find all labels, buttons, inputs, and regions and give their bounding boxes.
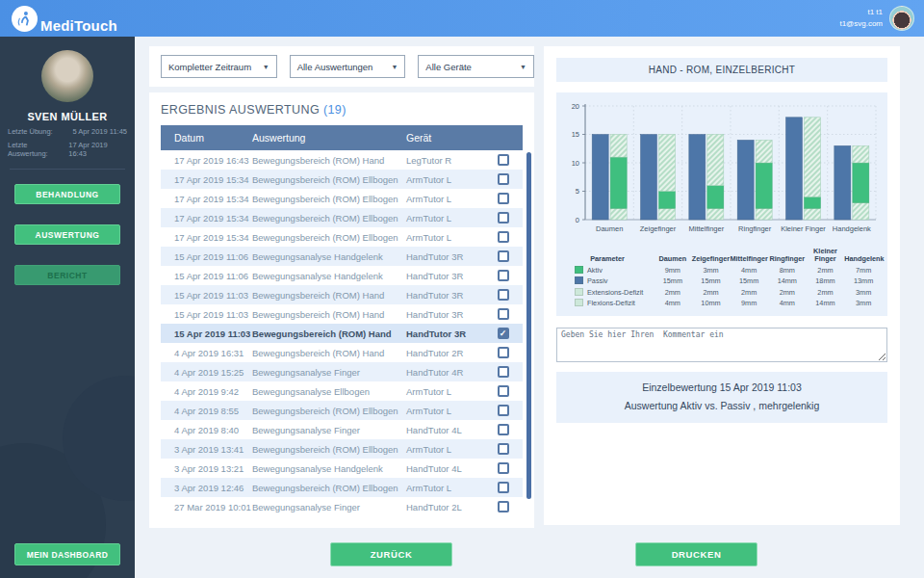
row-checkbox[interactable]	[498, 193, 509, 204]
param-value: 7mm	[844, 265, 883, 276]
print-button[interactable]: DRUCKEN	[635, 542, 757, 566]
table-row[interactable]: 15 Apr 2019 11:06Bewegungsanalyse Handge…	[161, 266, 523, 285]
param-col-header: Mittelfinger	[730, 247, 768, 265]
table-row[interactable]: 17 Apr 2019 15:34Bewegungsbereich (ROM) …	[161, 227, 523, 247]
param-col-header: Kleiner Finger	[807, 247, 845, 265]
param-value: 2mm	[807, 265, 845, 276]
row-checkbox[interactable]	[498, 501, 509, 512]
param-value: 2mm	[768, 287, 807, 298]
row-checkbox[interactable]	[498, 443, 509, 455]
table-row[interactable]: 15 Apr 2019 11:03Bewegungsbereich (ROM) …	[161, 324, 523, 343]
param-value: 10mm	[692, 298, 731, 308]
last-assessment-label: Letzte Auswertung:	[8, 141, 68, 158]
row-checkbox[interactable]	[498, 212, 509, 223]
row-checkbox[interactable]	[498, 231, 509, 243]
table-row[interactable]: 4 Apr 2019 8:55Bewegungsbereich (ROM) El…	[161, 401, 523, 420]
row-checkbox[interactable]	[498, 289, 509, 301]
row-device: ArmTutor L	[406, 213, 483, 223]
row-checkbox[interactable]	[498, 154, 509, 166]
row-device: HandTutor 3R	[406, 290, 483, 301]
svg-text:5: 5	[576, 187, 579, 196]
row-checkbox[interactable]	[498, 366, 509, 378]
row-checkbox[interactable]	[498, 405, 509, 416]
legend-swatch	[575, 288, 583, 296]
table-row[interactable]: 15 Apr 2019 11:06Bewegungsanalyse Handge…	[161, 247, 523, 266]
row-checkbox[interactable]	[498, 250, 509, 262]
sidebar-divider	[10, 169, 125, 170]
row-checkbox[interactable]	[498, 270, 509, 281]
table-row[interactable]: 4 Apr 2019 16:31Bewegungsbereich (ROM) H…	[161, 343, 523, 362]
legend-swatch	[575, 266, 583, 274]
table-row[interactable]: 3 Apr 2019 13:21Bewegungsanalyse Handgel…	[161, 459, 523, 478]
row-checkbox[interactable]	[498, 385, 509, 397]
row-device: HandTutor 4L	[406, 425, 483, 435]
param-col-header: Ringfinger	[768, 247, 807, 265]
rom-bar-chart: 05101520DaumenZeigefingerMittelfingerRin…	[556, 98, 888, 243]
svg-text:Zeigefinger: Zeigefinger	[640, 224, 677, 233]
mein-dashboard-button[interactable]: MEIN DASHBOARD	[14, 543, 120, 565]
table-row[interactable]: 17 Apr 2019 15:34Bewegungsbereich (ROM) …	[161, 189, 523, 208]
row-checkbox[interactable]	[498, 173, 509, 185]
table-row[interactable]: 27 Mar 2019 10:01Bewegungsanalyse Finger…	[161, 497, 523, 516]
svg-text:Ringfinger: Ringfinger	[738, 224, 772, 233]
row-checkbox[interactable]	[498, 347, 509, 358]
user-email: t1@svg.com	[839, 18, 883, 30]
row-checkbox[interactable]	[498, 308, 509, 320]
table-scrollbar[interactable]	[526, 152, 531, 499]
legend-swatch	[575, 276, 583, 284]
table-row[interactable]: 15 Apr 2019 11:03Bewegungsbereich (ROM) …	[161, 285, 523, 304]
table-row[interactable]: 4 Apr 2019 15:25Bewegungsanalyse FingerH…	[161, 362, 523, 381]
meditouch-logo-icon	[12, 6, 38, 32]
row-date: 15 Apr 2019 11:06	[161, 251, 252, 262]
column-header-auswertung: Auswertung	[252, 132, 406, 144]
row-checkbox[interactable]	[498, 462, 509, 474]
row-device: HandTutor 2R	[406, 348, 483, 358]
param-value: 13mm	[844, 276, 883, 286]
row-device: ArmTutor L	[406, 483, 483, 493]
table-row[interactable]: 17 Apr 2019 15:34Bewegungsbereich (ROM) …	[161, 170, 523, 189]
comment-input[interactable]	[556, 328, 887, 362]
row-date: 17 Apr 2019 15:34	[161, 213, 252, 223]
row-assessment: Bewegungsbereich (ROM) Ellbogen	[252, 406, 406, 416]
row-date: 15 Apr 2019 11:03	[161, 309, 252, 320]
svg-text:Kleiner Finger: Kleiner Finger	[781, 224, 826, 233]
table-row[interactable]: 17 Apr 2019 16:43Bewegungsbereich (ROM) …	[161, 150, 523, 170]
row-assessment: Bewegungsanalyse Handgelenk	[252, 251, 406, 262]
row-assessment: Bewegungsbereich (ROM) Hand	[252, 155, 406, 166]
param-col-header: Daumen	[654, 247, 692, 265]
param-value: 14mm	[768, 276, 807, 286]
svg-text:Mittelfinger: Mittelfinger	[688, 224, 724, 233]
sidebar-button-auswertung[interactable]: AUSWERTUNG	[14, 224, 120, 245]
back-button[interactable]: ZURÜCK	[330, 542, 452, 566]
table-row[interactable]: 15 Apr 2019 11:03Bewegungsbereich (ROM) …	[161, 304, 523, 324]
param-value: 2mm	[730, 287, 768, 298]
param-value: 3mm	[844, 298, 883, 308]
param-col-header: Zeigefinger	[692, 247, 731, 265]
row-checkbox[interactable]	[498, 424, 509, 435]
row-device: ArmTutor L	[406, 444, 483, 455]
report-panel: HAND - ROM, EINZELBERICHT 05101520Daumen…	[544, 46, 900, 525]
row-date: 3 Apr 2019 13:41	[161, 444, 252, 455]
filter-select-0[interactable]: Kompletter Zeitraum▼	[161, 55, 277, 78]
parameter-table: ParameterDaumenZeigefingerMittelfingerRi…	[561, 247, 883, 308]
row-checkbox[interactable]	[498, 482, 509, 493]
row-date: 3 Apr 2019 13:21	[161, 463, 252, 474]
table-row[interactable]: 3 Apr 2019 13:41Bewegungsbereich (ROM) E…	[161, 439, 523, 459]
row-date: 3 Apr 2019 12:46	[161, 483, 252, 493]
last-exercise-value: 5 Apr 2019 11:45	[72, 127, 127, 136]
table-row[interactable]: 3 Apr 2019 12:46Bewegungsbereich (ROM) E…	[161, 478, 523, 497]
table-row[interactable]: 17 Apr 2019 15:34Bewegungsbereich (ROM) …	[161, 208, 523, 227]
table-row[interactable]: 4 Apr 2019 8:40Bewegungsanalyse FingerHa…	[161, 420, 523, 439]
row-checkbox[interactable]: ✓	[498, 328, 509, 339]
chart-box: 05101520DaumenZeigefingerMittelfingerRin…	[556, 92, 887, 316]
table-row[interactable]: 4 Apr 2019 9:42Bewegungsanalyse Ellbogen…	[161, 381, 523, 401]
results-count: (19)	[323, 103, 346, 117]
row-date: 15 Apr 2019 11:03	[161, 290, 252, 301]
sidebar-button-behandlung[interactable]: BEHANDLUNG	[14, 184, 120, 204]
legend-item: Extensions-Defizit	[561, 287, 654, 298]
param-value: 4mm	[730, 265, 768, 276]
patient-avatar[interactable]	[41, 50, 93, 102]
filter-select-1[interactable]: Alle Auswertungen▼	[290, 55, 406, 78]
filter-select-2[interactable]: Alle Geräte▼	[418, 55, 534, 78]
user-avatar[interactable]	[889, 6, 914, 31]
